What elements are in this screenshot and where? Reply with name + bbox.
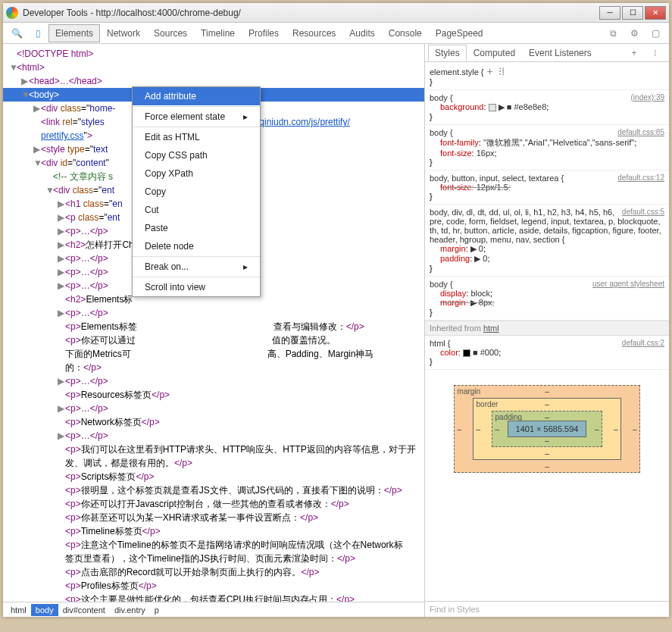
dom-node[interactable]: <p>你甚至还可以为某一XHR请求或者某一事件设置断点：</p> [3,511,424,524]
window-title: Developer Tools - http://localhost:4000/… [23,8,598,18]
ctx-copy-css-path[interactable]: Copy CSS path [133,146,260,164]
css-rule[interactable]: user agent stylesheetbody {display: bloc… [425,277,669,321]
tab-audits[interactable]: Audits [342,24,381,42]
dom-node[interactable]: <p>Elements标签查看与编辑修改：</p> [3,320,424,333]
close-button[interactable]: ✕ [645,6,666,20]
crumb-div-content[interactable]: div#content [58,604,110,616]
ctx-delete-node[interactable]: Delete node [133,237,260,255]
css-rule[interactable]: default.css:85body {font-family: "微软雅黑",… [425,125,669,171]
dom-node[interactable]: 下面的Metrics可高、Padding、Margin神马 [3,347,424,361]
css-rule[interactable]: element.style {+ ⁝⁞} [425,62,669,90]
dom-node[interactable]: <p>点击底部的Record就可以开始录制页面上执行的内容。</p> [3,565,424,579]
tab-network[interactable]: Network [100,24,147,42]
dom-node[interactable]: ▶<p>…</p> [3,402,424,415]
dom-node[interactable]: <p>很明显，这个标签页就是查看JS文件、调试JS代码的，直接看下图的说明：</… [3,483,424,497]
add-property-icon[interactable]: + [487,65,493,77]
tab-timeline[interactable]: Timeline [194,24,242,42]
css-rule[interactable]: default.css:2html {color: ■ #000;} [425,336,669,370]
crumb-p[interactable]: p [150,604,164,616]
gear-icon[interactable]: ⚙ [628,27,640,39]
styles-tab-event-listeners[interactable]: Event Listeners [522,45,599,61]
ctx-copy-xpath[interactable]: Copy XPath [133,164,260,183]
context-menu: Add attributeForce element state▸Edit as… [132,86,261,297]
styles-tab-computed[interactable]: Computed [467,45,522,61]
box-model: margin––––border––––padding––––1401 × 56… [425,370,669,488]
titlebar: Developer Tools - http://localhost:4000/… [3,3,669,23]
dom-node[interactable]: ▶<p>…</p> [3,429,424,443]
find-in-styles[interactable]: Find in Styles [425,601,669,617]
dom-node[interactable]: <p>Network标签页</p> [3,415,424,429]
tab-elements[interactable]: Elements [48,24,100,42]
dom-node[interactable]: <p>你还可以通过值的覆盖情况。 [3,333,424,347]
crumb-div-entry[interactable]: div.entry [110,604,150,616]
devtools-toolbar: 🔍 ▯ ElementsNetworkSourcesTimelineProfil… [3,23,669,44]
tab-sources[interactable]: Sources [147,24,194,42]
dom-node[interactable]: 签页里查看），这个Timeline指的JS执行时间、页面元素渲染时间：</p> [3,552,424,565]
ctx-break-on-[interactable]: Break on...▸ [133,258,260,276]
dom-node[interactable]: ▼<html> [3,61,424,74]
dom-node[interactable]: <p>Timeline标签页</p> [3,524,424,538]
chrome-icon [6,7,18,19]
hover-state-icon[interactable]: ⁝⁞ [499,65,505,77]
crumb-body[interactable]: body [31,604,58,616]
dom-node[interactable]: <p>Scripts标签页</p> [3,470,424,483]
css-rule[interactable]: (index):39body {background: ▶ ■ #e8e8e8;… [425,90,669,125]
ctx-paste[interactable]: Paste [133,219,260,237]
tab-console[interactable]: Console [382,24,429,42]
ctx-edit-as-html[interactable]: Edit as HTML [133,128,260,146]
crumb-html[interactable]: html [6,604,31,616]
dom-node[interactable]: <p>我们可以在这里看到HTTP请求头、HTTP响应头、HTTP返回的内容等信息… [3,443,424,456]
dom-node[interactable]: <p>Resources标签页</p> [3,388,424,402]
ctx-add-attribute[interactable]: Add attribute [133,87,260,105]
tab-pagespeed[interactable]: PageSpeed [429,24,490,42]
dom-node[interactable]: <p>你还可以打开Javascript控制台，做一些其他的查看或者修改：</p> [3,497,424,511]
ctx-cut[interactable]: Cut [133,201,260,219]
tab-resources[interactable]: Resources [286,24,342,42]
ctx-force-element-state[interactable]: Force element state▸ [133,108,260,126]
dom-node[interactable]: 发、调试，都是很有用的。</p> [3,456,424,470]
minimize-button[interactable]: ─ [599,6,620,20]
search-icon[interactable]: 🔍 [11,27,23,39]
dom-node[interactable]: <p>注意这个Timeline的标签页不是指网络请求的时间响应情况哦（这个在Ne… [3,538,424,552]
dom-node[interactable]: <!DOCTYPE html> [3,47,424,61]
dom-node[interactable]: ▶<p>…</p> [3,374,424,388]
styles-tab-styles[interactable]: Styles [428,45,467,61]
dom-node[interactable]: ▶<p>…</p> [3,306,424,320]
styles-tabs: StylesComputedEvent Listeners + ⁝ [425,44,669,62]
maximize-button[interactable]: ☐ [622,6,643,20]
dom-node[interactable]: <p>这个主要是做性能优化的，包括查看CPU执行时间与内存占用：</p> [3,593,424,602]
dom-node[interactable]: 的：</p> [3,361,424,374]
tab-profiles[interactable]: Profiles [242,24,286,42]
ctx-scroll-into-view[interactable]: Scroll into view [133,278,260,296]
dom-node[interactable]: <p>Profiles标签页</p> [3,579,424,593]
css-rule[interactable]: default.css:5body, div, dl, dt, dd, ul, … [425,205,669,277]
breadcrumb: htmlbodydiv#contentdiv.entryp [3,602,424,617]
css-rule[interactable]: default.css:12body, button, input, selec… [425,171,669,205]
dock-icon[interactable]: ▢ [649,27,661,39]
ctx-copy[interactable]: Copy [133,183,260,201]
new-rule-icon[interactable]: + [628,47,640,59]
inherited-header: Inherited from html [425,321,669,336]
device-icon[interactable]: ▯ [32,27,44,39]
drawer-icon[interactable]: ⧉ [607,27,619,39]
styles-pane[interactable]: element.style {+ ⁝⁞}(index):39body {back… [425,62,669,601]
toggle-state-icon[interactable]: ⁝ [649,47,661,59]
